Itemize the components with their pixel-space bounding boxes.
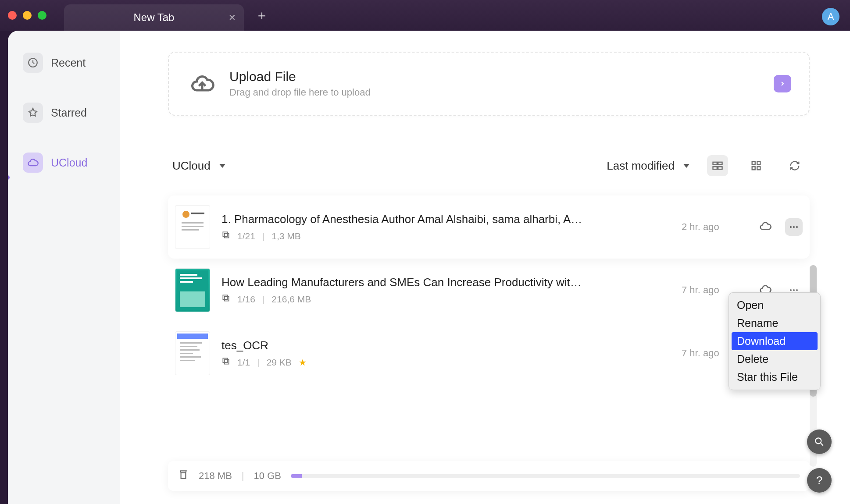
file-thumbnail bbox=[175, 268, 210, 312]
svg-rect-22 bbox=[180, 277, 202, 279]
star-icon bbox=[23, 103, 43, 123]
storage-progress bbox=[291, 474, 800, 478]
file-title: tes_OCR bbox=[221, 339, 586, 352]
svg-rect-15 bbox=[225, 234, 229, 238]
svg-rect-6 bbox=[757, 162, 760, 165]
svg-rect-14 bbox=[182, 229, 199, 231]
tab-title: New Tab bbox=[134, 11, 175, 24]
storage-used: 218 MB bbox=[199, 470, 232, 482]
traffic-lights bbox=[8, 11, 46, 20]
svg-rect-4 bbox=[718, 167, 722, 169]
svg-rect-23 bbox=[180, 281, 193, 283]
window-minimize-button[interactable] bbox=[23, 11, 32, 20]
svg-rect-25 bbox=[225, 297, 229, 301]
storage-icon bbox=[178, 469, 189, 483]
svg-rect-12 bbox=[182, 222, 204, 224]
svg-point-42 bbox=[815, 438, 821, 444]
svg-rect-24 bbox=[180, 291, 205, 307]
svg-rect-13 bbox=[182, 226, 204, 227]
file-row[interactable]: How Leading Manufacturers and SMEs Can I… bbox=[168, 259, 810, 322]
refresh-button[interactable] bbox=[784, 155, 805, 176]
svg-rect-38 bbox=[223, 358, 227, 362]
file-thumbnail bbox=[175, 331, 210, 375]
upload-expand-button[interactable] bbox=[774, 75, 791, 92]
file-row[interactable]: tes_OCR 1/1 | 29 KB ★ 7 hr. ago bbox=[168, 322, 810, 385]
svg-rect-35 bbox=[180, 356, 201, 358]
divider-icon: | bbox=[257, 357, 259, 368]
file-title: How Leading Manufacturers and SMEs Can I… bbox=[221, 276, 586, 289]
svg-rect-32 bbox=[180, 346, 197, 347]
svg-point-29 bbox=[796, 289, 798, 291]
view-grid-button[interactable] bbox=[746, 155, 767, 176]
svg-rect-30 bbox=[177, 334, 208, 339]
file-more-button[interactable] bbox=[785, 218, 803, 236]
folder-dropdown-label: UCloud bbox=[172, 159, 211, 173]
browser-tab[interactable]: New Tab ✕ bbox=[64, 4, 244, 31]
new-tab-button[interactable]: ＋ bbox=[255, 7, 268, 25]
context-menu-open[interactable]: Open bbox=[729, 296, 820, 314]
sort-dropdown[interactable]: Last modified bbox=[607, 159, 689, 173]
upload-subtitle: Drag and drop file here to upload bbox=[229, 87, 371, 98]
file-thumbnail bbox=[175, 205, 210, 249]
file-info: 1. Pharmacology of Anesthesia Author Ama… bbox=[221, 213, 670, 241]
upload-text: Upload File Drag and drop file here to u… bbox=[229, 69, 371, 98]
help-fab[interactable]: ? bbox=[807, 468, 832, 493]
svg-rect-7 bbox=[752, 167, 755, 170]
svg-point-28 bbox=[793, 289, 795, 291]
sidebar-item-label: UCloud bbox=[51, 156, 87, 169]
star-icon: ★ bbox=[299, 357, 307, 368]
window-titlebar: New Tab ✕ ＋ A bbox=[0, 0, 850, 31]
context-menu: Open Rename Download Delete Star this Fi… bbox=[729, 292, 821, 390]
sidebar-item-ucloud[interactable]: UCloud bbox=[16, 146, 111, 179]
file-size: 216,6 MB bbox=[271, 294, 311, 305]
svg-rect-31 bbox=[180, 342, 202, 344]
sidebar-item-recent[interactable]: Recent bbox=[16, 46, 111, 79]
file-pages: 1/21 bbox=[237, 231, 255, 241]
storage-bar: 218 MB | 10 GB bbox=[168, 461, 810, 491]
list-toolbar: UCloud Last modified bbox=[168, 155, 810, 176]
search-fab[interactable] bbox=[807, 429, 832, 454]
sort-dropdown-label: Last modified bbox=[607, 159, 675, 173]
context-menu-star[interactable]: Star this File bbox=[729, 368, 820, 386]
svg-point-17 bbox=[790, 226, 792, 228]
svg-rect-36 bbox=[180, 360, 195, 361]
svg-rect-1 bbox=[713, 162, 717, 165]
cloud-status-icon bbox=[759, 220, 774, 234]
svg-rect-11 bbox=[191, 213, 204, 214]
sidebar-item-starred[interactable]: Starred bbox=[16, 96, 111, 129]
window-close-button[interactable] bbox=[8, 11, 17, 20]
folder-dropdown[interactable]: UCloud bbox=[172, 159, 225, 173]
sidebar-item-label: Recent bbox=[51, 57, 86, 69]
svg-rect-21 bbox=[180, 274, 197, 276]
svg-rect-8 bbox=[757, 167, 760, 170]
context-menu-download[interactable]: Download bbox=[732, 332, 818, 350]
sidebar-active-indicator-icon bbox=[8, 175, 10, 180]
copy-icon bbox=[221, 231, 230, 241]
app-container: Recent Starred UCloud Upload File Drag a… bbox=[8, 31, 850, 504]
avatar[interactable]: A bbox=[822, 8, 839, 25]
window-maximize-button[interactable] bbox=[38, 11, 46, 20]
context-menu-rename[interactable]: Rename bbox=[729, 314, 820, 332]
view-list-button[interactable] bbox=[707, 155, 728, 176]
chevron-down-icon bbox=[219, 164, 225, 168]
svg-rect-3 bbox=[713, 167, 717, 169]
file-size: 29 KB bbox=[267, 357, 292, 368]
svg-rect-16 bbox=[223, 232, 227, 236]
file-pages: 1/16 bbox=[237, 294, 255, 305]
file-modified-time: 2 hr. ago bbox=[682, 221, 747, 233]
file-title: 1. Pharmacology of Anesthesia Author Ama… bbox=[221, 213, 586, 226]
divider-icon: | bbox=[242, 470, 244, 482]
svg-rect-26 bbox=[223, 295, 227, 299]
upload-dropzone[interactable]: Upload File Drag and drop file here to u… bbox=[168, 52, 810, 116]
file-size: 1,3 MB bbox=[271, 231, 301, 241]
svg-rect-2 bbox=[718, 162, 722, 165]
file-list: 1. Pharmacology of Anesthesia Author Ama… bbox=[168, 195, 810, 385]
clock-icon bbox=[23, 53, 43, 73]
context-menu-delete[interactable]: Delete bbox=[729, 350, 820, 368]
file-info: tes_OCR 1/1 | 29 KB ★ bbox=[221, 339, 670, 368]
storage-total: 10 GB bbox=[254, 470, 281, 482]
copy-icon bbox=[221, 294, 230, 305]
file-row[interactable]: 1. Pharmacology of Anesthesia Author Ama… bbox=[168, 195, 810, 259]
close-tab-icon[interactable]: ✕ bbox=[229, 12, 236, 23]
svg-point-10 bbox=[182, 211, 189, 218]
